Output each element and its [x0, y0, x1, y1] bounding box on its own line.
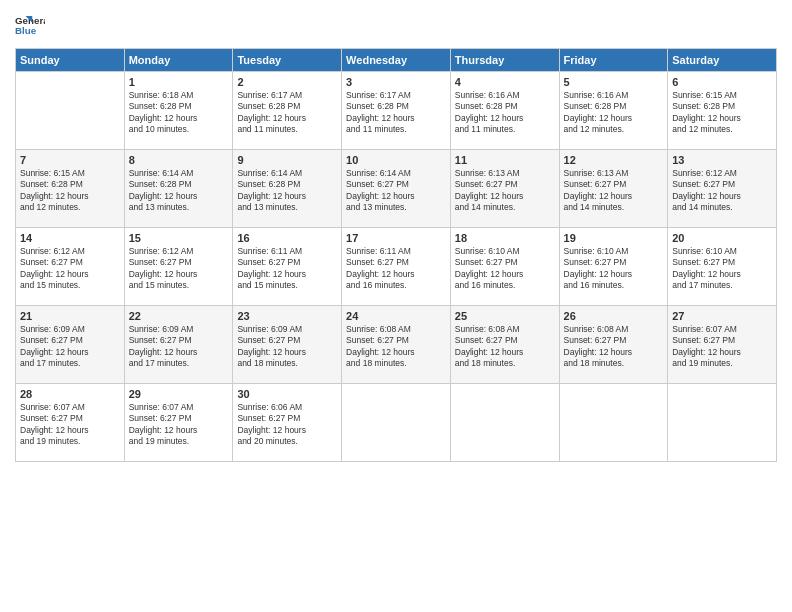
day-number: 1: [129, 76, 229, 88]
calendar-cell: 20Sunrise: 6:10 AM Sunset: 6:27 PM Dayli…: [668, 228, 777, 306]
day-number: 16: [237, 232, 337, 244]
day-info: Sunrise: 6:16 AM Sunset: 6:28 PM Dayligh…: [455, 90, 555, 136]
day-number: 13: [672, 154, 772, 166]
calendar-table: SundayMondayTuesdayWednesdayThursdayFrid…: [15, 48, 777, 462]
day-info: Sunrise: 6:13 AM Sunset: 6:27 PM Dayligh…: [455, 168, 555, 214]
calendar-cell: 3Sunrise: 6:17 AM Sunset: 6:28 PM Daylig…: [342, 72, 451, 150]
day-info: Sunrise: 6:12 AM Sunset: 6:27 PM Dayligh…: [129, 246, 229, 292]
calendar-cell: 30Sunrise: 6:06 AM Sunset: 6:27 PM Dayli…: [233, 384, 342, 462]
day-number: 9: [237, 154, 337, 166]
day-number: 26: [564, 310, 664, 322]
header: General Blue: [15, 10, 777, 40]
calendar-cell: 18Sunrise: 6:10 AM Sunset: 6:27 PM Dayli…: [450, 228, 559, 306]
day-info: Sunrise: 6:13 AM Sunset: 6:27 PM Dayligh…: [564, 168, 664, 214]
week-row-5: 28Sunrise: 6:07 AM Sunset: 6:27 PM Dayli…: [16, 384, 777, 462]
calendar-cell: 8Sunrise: 6:14 AM Sunset: 6:28 PM Daylig…: [124, 150, 233, 228]
day-number: 25: [455, 310, 555, 322]
calendar-cell: 16Sunrise: 6:11 AM Sunset: 6:27 PM Dayli…: [233, 228, 342, 306]
day-info: Sunrise: 6:14 AM Sunset: 6:27 PM Dayligh…: [346, 168, 446, 214]
calendar-cell: 14Sunrise: 6:12 AM Sunset: 6:27 PM Dayli…: [16, 228, 125, 306]
day-info: Sunrise: 6:08 AM Sunset: 6:27 PM Dayligh…: [455, 324, 555, 370]
day-info: Sunrise: 6:12 AM Sunset: 6:27 PM Dayligh…: [672, 168, 772, 214]
day-info: Sunrise: 6:06 AM Sunset: 6:27 PM Dayligh…: [237, 402, 337, 448]
day-number: 15: [129, 232, 229, 244]
day-number: 27: [672, 310, 772, 322]
logo: General Blue: [15, 10, 49, 40]
calendar-cell: 7Sunrise: 6:15 AM Sunset: 6:28 PM Daylig…: [16, 150, 125, 228]
calendar-cell: 6Sunrise: 6:15 AM Sunset: 6:28 PM Daylig…: [668, 72, 777, 150]
week-row-3: 14Sunrise: 6:12 AM Sunset: 6:27 PM Dayli…: [16, 228, 777, 306]
weekday-header-monday: Monday: [124, 49, 233, 72]
weekday-header-sunday: Sunday: [16, 49, 125, 72]
day-number: 12: [564, 154, 664, 166]
calendar-cell: [450, 384, 559, 462]
weekday-header-friday: Friday: [559, 49, 668, 72]
day-number: 17: [346, 232, 446, 244]
day-info: Sunrise: 6:16 AM Sunset: 6:28 PM Dayligh…: [564, 90, 664, 136]
calendar-cell: 23Sunrise: 6:09 AM Sunset: 6:27 PM Dayli…: [233, 306, 342, 384]
calendar-cell: 10Sunrise: 6:14 AM Sunset: 6:27 PM Dayli…: [342, 150, 451, 228]
day-info: Sunrise: 6:14 AM Sunset: 6:28 PM Dayligh…: [237, 168, 337, 214]
week-row-4: 21Sunrise: 6:09 AM Sunset: 6:27 PM Dayli…: [16, 306, 777, 384]
day-number: 18: [455, 232, 555, 244]
calendar-cell: 9Sunrise: 6:14 AM Sunset: 6:28 PM Daylig…: [233, 150, 342, 228]
day-info: Sunrise: 6:11 AM Sunset: 6:27 PM Dayligh…: [237, 246, 337, 292]
calendar-cell: 25Sunrise: 6:08 AM Sunset: 6:27 PM Dayli…: [450, 306, 559, 384]
svg-text:Blue: Blue: [15, 25, 37, 36]
day-info: Sunrise: 6:12 AM Sunset: 6:27 PM Dayligh…: [20, 246, 120, 292]
day-number: 24: [346, 310, 446, 322]
week-row-1: 1Sunrise: 6:18 AM Sunset: 6:28 PM Daylig…: [16, 72, 777, 150]
calendar-cell: 24Sunrise: 6:08 AM Sunset: 6:27 PM Dayli…: [342, 306, 451, 384]
calendar-cell: [16, 72, 125, 150]
day-info: Sunrise: 6:08 AM Sunset: 6:27 PM Dayligh…: [564, 324, 664, 370]
calendar-cell: 27Sunrise: 6:07 AM Sunset: 6:27 PM Dayli…: [668, 306, 777, 384]
calendar-cell: 28Sunrise: 6:07 AM Sunset: 6:27 PM Dayli…: [16, 384, 125, 462]
calendar-cell: 1Sunrise: 6:18 AM Sunset: 6:28 PM Daylig…: [124, 72, 233, 150]
calendar-cell: 21Sunrise: 6:09 AM Sunset: 6:27 PM Dayli…: [16, 306, 125, 384]
day-number: 29: [129, 388, 229, 400]
day-info: Sunrise: 6:07 AM Sunset: 6:27 PM Dayligh…: [20, 402, 120, 448]
day-number: 10: [346, 154, 446, 166]
calendar-cell: 11Sunrise: 6:13 AM Sunset: 6:27 PM Dayli…: [450, 150, 559, 228]
calendar-cell: 22Sunrise: 6:09 AM Sunset: 6:27 PM Dayli…: [124, 306, 233, 384]
day-info: Sunrise: 6:08 AM Sunset: 6:27 PM Dayligh…: [346, 324, 446, 370]
day-number: 5: [564, 76, 664, 88]
day-number: 21: [20, 310, 120, 322]
weekday-header-wednesday: Wednesday: [342, 49, 451, 72]
day-info: Sunrise: 6:09 AM Sunset: 6:27 PM Dayligh…: [129, 324, 229, 370]
day-number: 30: [237, 388, 337, 400]
day-number: 3: [346, 76, 446, 88]
calendar-cell: 17Sunrise: 6:11 AM Sunset: 6:27 PM Dayli…: [342, 228, 451, 306]
calendar-cell: 5Sunrise: 6:16 AM Sunset: 6:28 PM Daylig…: [559, 72, 668, 150]
day-info: Sunrise: 6:11 AM Sunset: 6:27 PM Dayligh…: [346, 246, 446, 292]
day-number: 8: [129, 154, 229, 166]
day-info: Sunrise: 6:10 AM Sunset: 6:27 PM Dayligh…: [672, 246, 772, 292]
day-info: Sunrise: 6:14 AM Sunset: 6:28 PM Dayligh…: [129, 168, 229, 214]
day-number: 11: [455, 154, 555, 166]
day-info: Sunrise: 6:10 AM Sunset: 6:27 PM Dayligh…: [564, 246, 664, 292]
calendar-cell: [342, 384, 451, 462]
calendar-cell: 29Sunrise: 6:07 AM Sunset: 6:27 PM Dayli…: [124, 384, 233, 462]
page: General Blue SundayMondayTuesdayWednesda…: [0, 0, 792, 612]
day-info: Sunrise: 6:10 AM Sunset: 6:27 PM Dayligh…: [455, 246, 555, 292]
calendar-cell: [668, 384, 777, 462]
day-info: Sunrise: 6:07 AM Sunset: 6:27 PM Dayligh…: [129, 402, 229, 448]
day-info: Sunrise: 6:09 AM Sunset: 6:27 PM Dayligh…: [20, 324, 120, 370]
day-info: Sunrise: 6:18 AM Sunset: 6:28 PM Dayligh…: [129, 90, 229, 136]
week-row-2: 7Sunrise: 6:15 AM Sunset: 6:28 PM Daylig…: [16, 150, 777, 228]
calendar-cell: 12Sunrise: 6:13 AM Sunset: 6:27 PM Dayli…: [559, 150, 668, 228]
weekday-header-row: SundayMondayTuesdayWednesdayThursdayFrid…: [16, 49, 777, 72]
day-number: 4: [455, 76, 555, 88]
day-number: 28: [20, 388, 120, 400]
day-info: Sunrise: 6:07 AM Sunset: 6:27 PM Dayligh…: [672, 324, 772, 370]
day-info: Sunrise: 6:17 AM Sunset: 6:28 PM Dayligh…: [237, 90, 337, 136]
day-number: 22: [129, 310, 229, 322]
day-info: Sunrise: 6:17 AM Sunset: 6:28 PM Dayligh…: [346, 90, 446, 136]
day-info: Sunrise: 6:15 AM Sunset: 6:28 PM Dayligh…: [672, 90, 772, 136]
calendar-cell: 4Sunrise: 6:16 AM Sunset: 6:28 PM Daylig…: [450, 72, 559, 150]
day-number: 14: [20, 232, 120, 244]
day-number: 20: [672, 232, 772, 244]
general-blue-logo-icon: General Blue: [15, 10, 45, 40]
day-number: 7: [20, 154, 120, 166]
day-number: 6: [672, 76, 772, 88]
